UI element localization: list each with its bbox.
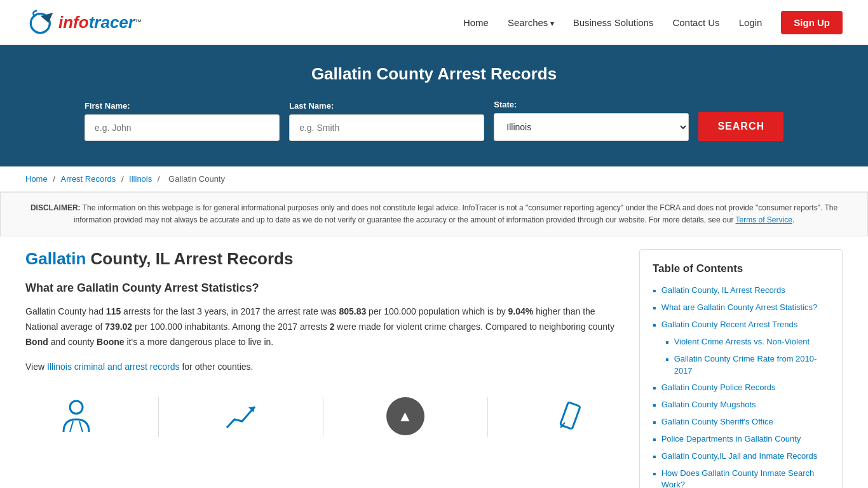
- toc-item: Gallatin County Mugshots: [653, 399, 829, 411]
- toc-link[interactable]: Gallatin County Sheriff's Office: [661, 416, 773, 428]
- article: Gallatin County, IL Arrest Records What …: [25, 249, 639, 488]
- first-name-input[interactable]: [85, 114, 280, 141]
- logo-text-area: infotracer™: [58, 13, 142, 32]
- person-icon: [57, 397, 95, 435]
- state-label: State:: [494, 100, 689, 109]
- logo[interactable]: infotracer™: [25, 6, 142, 38]
- first-name-label: First Name:: [85, 101, 280, 111]
- breadcrumb-sep3: /: [158, 174, 162, 184]
- logo-tm: ™: [135, 18, 142, 25]
- scroll-top-icon[interactable]: ▲: [386, 397, 424, 435]
- chart-up-icon: [222, 397, 260, 435]
- svg-line-2: [70, 421, 73, 432]
- p1-mid2: per 100.000 population which is by: [366, 306, 508, 316]
- nav-contact-us[interactable]: Contact Us: [672, 17, 719, 28]
- toc-link[interactable]: Gallatin County, IL Arrest Records: [661, 285, 785, 296]
- tos-link[interactable]: Terms of Service: [736, 215, 792, 224]
- breadcrumb-gallatin: Gallatin County: [168, 174, 225, 184]
- toc-link[interactable]: Gallatin County Crime Rate from 2010-201…: [674, 353, 829, 376]
- hero-section: Gallatin County Arrest Records First Nam…: [0, 45, 868, 166]
- icon-scroll-top[interactable]: ▲: [386, 397, 424, 437]
- article-heading-highlight: Gallatin: [25, 249, 86, 268]
- toc-link[interactable]: Gallatin County Police Records: [661, 382, 776, 393]
- main-nav: Home Searches Business Solutions Contact…: [463, 11, 843, 34]
- search-form: First Name: Last Name: State: Illinois A…: [85, 100, 783, 141]
- sidebar: Table of Contents Gallatin County, IL Ar…: [639, 249, 843, 488]
- p2-after: for other counties.: [180, 362, 254, 372]
- toc-link[interactable]: Gallatin County Recent Arrest Trends: [661, 319, 798, 330]
- illinois-link[interactable]: Illinois criminal and arrest records: [47, 362, 180, 372]
- toc-item: Gallatin County Police Records: [653, 382, 829, 394]
- icons-row: ▲: [25, 384, 620, 450]
- toc-item: Gallatin County, IL Arrest Records: [653, 285, 829, 297]
- toc-item: Gallatin County Recent Arrest Trends: [653, 319, 829, 331]
- toc-link[interactable]: Police Departments in Gallatin County: [661, 433, 801, 445]
- p1-county1: Bond: [25, 337, 48, 347]
- breadcrumb-sep2: /: [121, 174, 126, 184]
- p1-national: 739.02: [105, 322, 132, 332]
- article-heading-rest: County, IL Arrest Records: [86, 249, 293, 268]
- divider1: [158, 397, 159, 437]
- state-select[interactable]: Illinois Alabama Alaska Arizona Arkansas…: [494, 113, 689, 141]
- icon-person: [57, 397, 95, 437]
- breadcrumb-home[interactable]: Home: [25, 174, 48, 184]
- site-header: infotracer™ Home Searches Business Solut…: [0, 0, 868, 45]
- search-button[interactable]: SEARCH: [698, 112, 783, 141]
- toc-link[interactable]: What are Gallatin County Arrest Statisti…: [661, 302, 818, 313]
- breadcrumb-illinois[interactable]: Illinois: [129, 174, 152, 184]
- disclaimer-box: DISCLAIMER: The information on this webp…: [0, 192, 868, 236]
- toc-item: Gallatin County Sheriff's Office: [653, 416, 829, 428]
- toc-title: Table of Contents: [653, 262, 829, 275]
- article-heading: Gallatin County, IL Arrest Records: [25, 249, 620, 269]
- pencil-icon: [551, 397, 589, 435]
- toc-link[interactable]: How Does Gallatin County Inmate Search W…: [661, 468, 829, 488]
- section1-paragraph1: Gallatin County had 115 arrests for the …: [25, 304, 620, 349]
- svg-point-1: [70, 401, 83, 414]
- divider3: [487, 397, 488, 437]
- toc-link[interactable]: Gallatin County Mugshots: [661, 399, 756, 410]
- toc-item: Gallatin County,IL Jail and Inmate Recor…: [653, 451, 829, 463]
- last-name-label: Last Name:: [289, 101, 484, 111]
- p1-arrests: 115: [106, 306, 121, 316]
- toc-link[interactable]: Violent Crime Arrests vs. Non-Violent: [674, 336, 810, 348]
- nav-searches[interactable]: Searches: [508, 17, 554, 28]
- p1-pct: 9.04%: [508, 306, 534, 316]
- last-name-input[interactable]: [289, 114, 484, 141]
- p1-mid4: per 100.000 inhabitants. Among the 2017 …: [132, 322, 330, 332]
- disclaimer-period: .: [792, 215, 794, 224]
- disclaimer-label: DISCLAIMER:: [31, 203, 81, 212]
- signup-button[interactable]: Sign Up: [781, 11, 843, 34]
- icon-pencil: [551, 397, 589, 437]
- nav-business-solutions[interactable]: Business Solutions: [573, 17, 654, 28]
- first-name-group: First Name:: [85, 101, 280, 141]
- p1-end: it's a more dangerous place to live in.: [125, 337, 274, 347]
- login-button[interactable]: Login: [739, 17, 763, 28]
- main-content: Gallatin County, IL Arrest Records What …: [0, 236, 868, 488]
- last-name-group: Last Name:: [289, 101, 484, 141]
- section1-title: What are Gallatin County Arrest Statisti…: [25, 281, 620, 295]
- breadcrumb: Home / Arrest Records / Illinois / Galla…: [0, 166, 868, 192]
- svg-line-3: [79, 421, 83, 432]
- state-group: State: Illinois Alabama Alaska Arizona A…: [494, 100, 689, 141]
- disclaimer-text: The information on this webpage is for g…: [74, 203, 837, 224]
- logo-text-blue: tracer: [89, 13, 135, 32]
- table-of-contents: Table of Contents Gallatin County, IL Ar…: [639, 249, 843, 488]
- breadcrumb-arrest-records[interactable]: Arrest Records: [61, 174, 116, 184]
- toc-item: How Does Gallatin County Inmate Search W…: [653, 468, 829, 488]
- nav-home[interactable]: Home: [463, 17, 489, 28]
- hero-title: Gallatin County Arrest Records: [25, 64, 843, 84]
- toc-item: What are Gallatin County Arrest Statisti…: [653, 302, 829, 314]
- p1-rate: 805.83: [339, 306, 366, 316]
- toc-list: Gallatin County, IL Arrest RecordsWhat a…: [653, 285, 829, 488]
- logo-text-red: info: [58, 13, 89, 32]
- p1-mid5: were made for violent crime charges. Com…: [334, 322, 614, 332]
- p1-mid1: arrests for the last 3 years, in 2017 th…: [121, 306, 339, 316]
- toc-item: Police Departments in Gallatin County: [653, 433, 829, 445]
- p1-county2: Boone: [97, 337, 125, 347]
- p2-before: View: [25, 362, 47, 372]
- icon-chart: [222, 397, 260, 437]
- breadcrumb-sep1: /: [53, 174, 57, 184]
- toc-link[interactable]: Gallatin County,IL Jail and Inmate Recor…: [661, 451, 818, 462]
- section1-paragraph2: View Illinois criminal and arrest record…: [25, 360, 620, 375]
- toc-item: Gallatin County Crime Rate from 2010-201…: [653, 353, 829, 376]
